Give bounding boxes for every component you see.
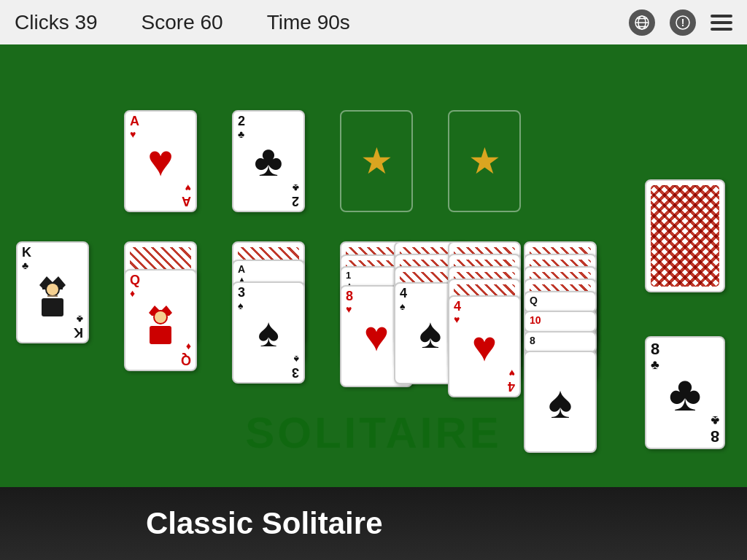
tableau-col7-10[interactable]: 10 (524, 311, 597, 332)
tableau-col3-3-spades[interactable]: 3 ♠ ♠ 3 ♠ (232, 281, 305, 384)
game-title: Classic Solitaire (146, 506, 383, 541)
star-icon-4: ★ (468, 140, 501, 182)
svg-point-16 (155, 311, 166, 323)
clicks-display: Clicks 39 (15, 11, 98, 34)
bottom-banner: Classic Solitaire (0, 487, 747, 560)
time-display: Time 90s (267, 11, 350, 34)
svg-text:!: ! (681, 17, 685, 28)
tableau-col6-4-hearts[interactable]: 4 ♥ ♥ 4 ♥ (448, 295, 521, 397)
stock-pile[interactable] (645, 179, 725, 292)
svg-rect-13 (150, 326, 171, 344)
header: Clicks 39 Score 60 Time 90s ! (0, 0, 747, 44)
waste-card-8-clubs[interactable]: 8 ♣ ♣ 8 ♣ (645, 336, 725, 449)
foundation-slot-4[interactable]: ★ (448, 110, 521, 212)
foundation-card-ace-hearts[interactable]: A ♥ ♥ A ♥ (124, 110, 197, 212)
tableau-col7-8[interactable]: 8 (524, 331, 597, 353)
tableau-col7-q[interactable]: Q (524, 291, 597, 313)
foundation-card-2-clubs[interactable]: 2 ♣ ♣ 2 ♣ (232, 110, 305, 212)
globe-icon[interactable] (629, 9, 655, 36)
star-icon-3: ★ (360, 140, 393, 182)
header-icons: ! (629, 9, 732, 36)
game-area: SOLITAIRE A ♥ ♥ A ♥ 2 ♣ ♣ 2 ♣ ★ ★ K (0, 44, 747, 560)
svg-rect-7 (42, 298, 63, 316)
tableau-col1-king-clubs[interactable]: K ♣ K ♣ (16, 241, 89, 343)
watermark: SOLITAIRE (245, 408, 502, 458)
foundation-slot-3[interactable]: ★ (340, 110, 413, 212)
menu-icon[interactable] (711, 15, 732, 31)
alert-icon[interactable]: ! (670, 9, 696, 36)
tableau-col7-spade-bottom[interactable]: ♠ (524, 351, 597, 453)
svg-rect-12 (47, 295, 58, 297)
score-display: Score 60 (142, 11, 223, 34)
svg-point-11 (47, 284, 58, 295)
tableau-col2-queen-diamonds[interactable]: Q ♦ Q ♦ (124, 269, 197, 371)
